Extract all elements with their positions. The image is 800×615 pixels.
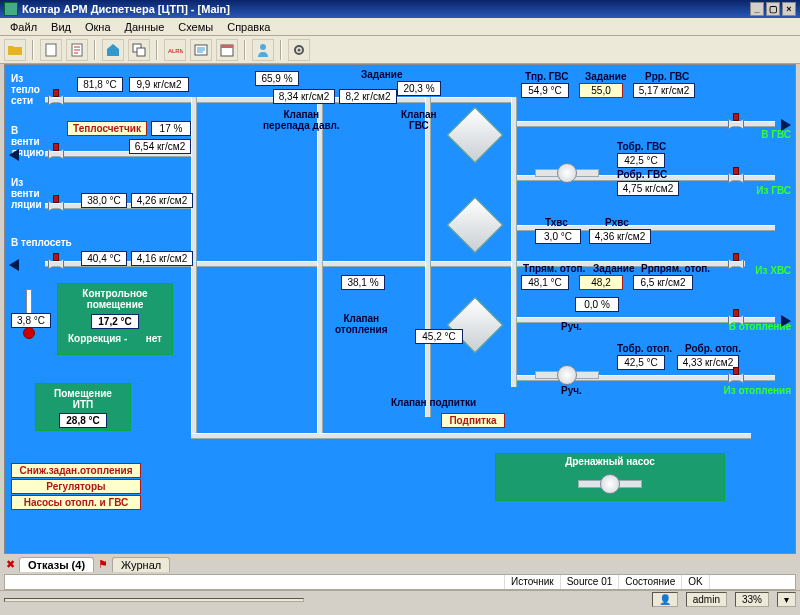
valve-icon (725, 113, 745, 133)
pump-icon (535, 363, 599, 387)
bottom-panel: ✖ Отказы (4) ⚑ Журнал Источник Source 01… (0, 554, 800, 609)
new-icon[interactable] (40, 39, 62, 61)
valve-icon (45, 89, 65, 109)
lbl-iz-teplo-seti: Из тепло сети (11, 73, 40, 106)
val-t-mid: 45,2 °C (415, 329, 463, 344)
alarm-icon[interactable]: ALRM (164, 39, 186, 61)
lbl-kl-otop: Клапан отопления (335, 313, 388, 335)
menu-view[interactable]: Вид (45, 20, 77, 34)
min-button[interactable]: _ (750, 2, 764, 16)
val-gvs-p: 5,17 кг/см2 (633, 83, 695, 98)
home-icon[interactable] (102, 39, 124, 61)
lbl-v-teploset: В теплосеть (11, 237, 72, 248)
val-tobr-gvs: 42,5 °C (617, 153, 665, 168)
valve-icon (45, 195, 65, 215)
gear-icon[interactable] (288, 39, 310, 61)
status-user-icon: 👤 (652, 592, 678, 607)
heat-exchanger-icon (447, 107, 504, 164)
lbl-kl-perep: Клапан перепада давл. (263, 109, 340, 131)
lbl-ruch1: Руч. (561, 321, 582, 332)
lbl-pobr-ot: Робр. отоп. (685, 343, 741, 354)
pump-icon (578, 472, 642, 496)
user-icon[interactable] (252, 39, 274, 61)
btn-nasosy[interactable]: Насосы отопл. и ГВС (11, 495, 141, 510)
lbl-ruch2: Руч. (561, 385, 582, 396)
log-tabs: ✖ Отказы (4) ⚑ Журнал (0, 554, 800, 574)
lbl-zad3: Задание (593, 263, 634, 274)
log-src-v: Source 01 (561, 575, 620, 589)
tab-journal[interactable]: Журнал (112, 557, 170, 572)
lbl-ppr-gvs: Ррр. ГВС (645, 71, 689, 82)
menu-windows[interactable]: Окна (79, 20, 117, 34)
report-icon[interactable] (66, 39, 88, 61)
lbl-kl-podp: Клапан подпитки (391, 397, 476, 408)
valve-icon (725, 309, 745, 329)
close-button[interactable]: × (782, 2, 796, 16)
menu-data[interactable]: Данные (119, 20, 171, 34)
log-st-v: OK (682, 575, 709, 589)
val-kl-perep: 65,9 % (255, 71, 299, 86)
tab-otkazy[interactable]: Отказы (4) (19, 557, 94, 572)
panel-kontr-room: Контрольное помещение 17,2 °C Коррекция … (57, 283, 173, 355)
btn-teploschetchik[interactable]: Теплосчетчик (67, 121, 147, 136)
max-button[interactable]: ▢ (766, 2, 780, 16)
toolbar: ALRM (0, 36, 800, 64)
lbl-iz-venti: Из венти ляции (11, 177, 42, 210)
valve-icon (725, 367, 745, 387)
val-txvs: 3,0 °C (535, 229, 581, 244)
window-title: Контар АРМ Диспетчера [ЦТП] - [Main] (22, 3, 230, 15)
btn-sn-zad[interactable]: Сниж.задан.отопления (11, 463, 141, 478)
log-icon[interactable] (190, 39, 212, 61)
log-st-h: Состояние (619, 575, 682, 589)
pump-icon (535, 161, 599, 185)
val-t-ts: 40,4 °C (81, 251, 127, 266)
menu-schemes[interactable]: Схемы (172, 20, 219, 34)
val-pobr-gvs: 4,75 кг/см2 (617, 181, 679, 196)
menubar: Файл Вид Окна Данные Схемы Справка (0, 18, 800, 36)
val-tobr-ot: 42,5 °C (617, 355, 665, 370)
svg-rect-3 (137, 48, 145, 56)
lbl-tpr-gvs: Тпр. ГВС (525, 71, 568, 82)
app-icon (4, 2, 18, 16)
lbl-ppr-ot: Ррпрям. отоп. (641, 263, 710, 274)
val-ppr-ot: 6,5 кг/см2 (633, 275, 693, 290)
calendar-icon[interactable] (216, 39, 238, 61)
btn-regulators[interactable]: Регуляторы (11, 479, 141, 494)
val-kontr-t: 17,2 °C (91, 314, 139, 329)
val-itp-t: 28,8 °C (59, 413, 107, 428)
val-gvs-z[interactable]: 55,0 (579, 83, 623, 98)
valve-icon (725, 253, 745, 273)
heat-exchanger-icon (447, 297, 504, 354)
svg-text:ALRM: ALRM (168, 48, 183, 54)
open-icon[interactable] (4, 39, 26, 61)
val-p-ts: 4,16 кг/см2 (131, 251, 193, 266)
btn-podpitka[interactable]: Подпитка (441, 413, 505, 428)
val-p1: 9,9 кг/см2 (129, 77, 189, 92)
lbl-iz-xvs: Из ХВС (755, 265, 791, 276)
val-t1: 81,8 °C (77, 77, 123, 92)
lbl-net: нет (146, 333, 162, 344)
menu-help[interactable]: Справка (221, 20, 276, 34)
valve-icon (45, 253, 65, 273)
val-zero: 0,0 % (575, 297, 619, 312)
val-t-vent: 38,0 °C (81, 193, 127, 208)
menu-file[interactable]: Файл (4, 20, 43, 34)
svg-rect-7 (221, 45, 233, 48)
panel-itp: Помещение ИТП 28,8 °C (35, 383, 131, 431)
lbl-pxvs: Рхвс (605, 217, 629, 228)
cascade-icon[interactable] (128, 39, 150, 61)
lbl-pobr-gvs: Робр. ГВС (617, 169, 667, 180)
svg-point-10 (298, 48, 301, 51)
lbl-itp: Помещение ИТП (40, 388, 126, 410)
status-admin: admin (686, 592, 727, 607)
valve-icon (725, 167, 745, 187)
panel-drain: Дренажный насос (495, 453, 725, 501)
arrow-left-icon (9, 259, 19, 271)
lbl-tobr-ot: Тобр. отоп. (617, 343, 672, 354)
arrow-right-icon (781, 315, 791, 327)
svg-point-8 (260, 44, 266, 50)
val-kl-otop: 38,1 % (341, 275, 385, 290)
val-zad-ot[interactable]: 48,2 (579, 275, 623, 290)
arrow-right-icon (781, 119, 791, 131)
lbl-txvs: Тхвс (545, 217, 568, 228)
